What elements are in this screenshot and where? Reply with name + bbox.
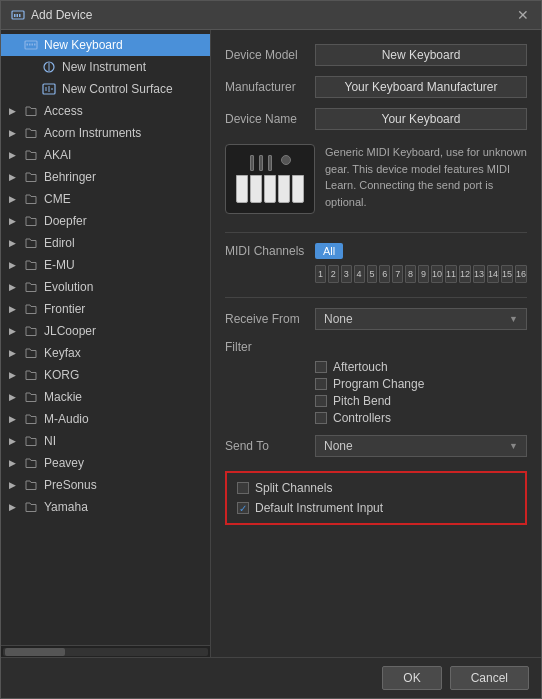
tree-item-maudio[interactable]: ▶M-Audio: [1, 408, 210, 430]
channel-btn-10[interactable]: 10: [431, 265, 443, 283]
device-model-row: Device Model New Keyboard: [225, 44, 527, 66]
svg-rect-3: [19, 14, 21, 17]
tree-item-label-peavey: Peavey: [44, 456, 84, 470]
channel-btn-16[interactable]: 16: [515, 265, 527, 283]
dialog-title: Add Device: [31, 8, 92, 22]
tree-item-jlcooper[interactable]: ▶JLCooper: [1, 320, 210, 342]
tree-item-new-keyboard[interactable]: New Keyboard: [1, 34, 210, 56]
split-channels-checkbox[interactable]: [237, 482, 249, 494]
tree-item-evolution[interactable]: ▶Evolution: [1, 276, 210, 298]
device-preview: Generic MIDI Keyboard, use for unknown g…: [225, 144, 527, 214]
tree-item-ni[interactable]: ▶NI: [1, 430, 210, 452]
tree-item-mackie[interactable]: ▶Mackie: [1, 386, 210, 408]
slider-knob-3: [268, 155, 272, 171]
tree-item-label-cme: CME: [44, 192, 71, 206]
receive-from-label: Receive From: [225, 312, 315, 326]
tree-item-label-yamaha: Yamaha: [44, 500, 88, 514]
receive-from-arrow: ▼: [509, 314, 518, 324]
close-button[interactable]: ✕: [515, 7, 531, 23]
default-instrument-input-label: Default Instrument Input: [255, 501, 383, 515]
channel-btn-2[interactable]: 2: [328, 265, 339, 283]
horizontal-scrollbar[interactable]: [1, 645, 210, 657]
left-panel: New KeyboardNew InstrumentNew Control Su…: [1, 30, 211, 657]
filter-section: Filter AftertouchProgram ChangePitch Ben…: [225, 340, 527, 425]
tree-item-peavey[interactable]: ▶Peavey: [1, 452, 210, 474]
control-icon-new-control-surface: [41, 81, 57, 97]
default-instrument-input-checkbox[interactable]: [237, 502, 249, 514]
device-name-input[interactable]: Your Keyboard: [315, 108, 527, 130]
tree-item-doepfer[interactable]: ▶Doepfer: [1, 210, 210, 232]
filter-checkbox-program-change[interactable]: [315, 378, 327, 390]
filter-header-row: Filter: [225, 340, 527, 354]
folder-icon-presonus: [23, 477, 39, 493]
channel-btn-5[interactable]: 5: [367, 265, 378, 283]
folder-icon-acorn-instruments: [23, 125, 39, 141]
tree-arrow-evolution: ▶: [9, 282, 21, 292]
tree-item-edirol[interactable]: ▶Edirol: [1, 232, 210, 254]
midi-channels-section: MIDI Channels All 1234567891011121314151…: [225, 243, 527, 283]
tree-arrow-peavey: ▶: [9, 458, 21, 468]
filter-checkbox-pitch-bend[interactable]: [315, 395, 327, 407]
channel-btn-13[interactable]: 13: [473, 265, 485, 283]
channel-btn-9[interactable]: 9: [418, 265, 429, 283]
filter-checkbox-controllers[interactable]: [315, 412, 327, 424]
cancel-button[interactable]: Cancel: [450, 666, 529, 690]
tree-item-cme[interactable]: ▶CME: [1, 188, 210, 210]
dialog-icon: [11, 8, 25, 22]
tree-item-new-instrument[interactable]: New Instrument: [1, 56, 210, 78]
device-name-label: Device Name: [225, 112, 315, 126]
channel-btn-8[interactable]: 8: [405, 265, 416, 283]
receive-from-row: Receive From None ▼: [225, 308, 527, 330]
keyboard-icon-new-keyboard: [23, 37, 39, 53]
device-tree[interactable]: New KeyboardNew InstrumentNew Control Su…: [1, 30, 210, 645]
filter-row-controllers: Controllers: [315, 411, 527, 425]
tree-item-acorn-instruments[interactable]: ▶Acorn Instruments: [1, 122, 210, 144]
slider-knob-2: [259, 155, 263, 171]
tree-item-emu[interactable]: ▶E-MU: [1, 254, 210, 276]
channel-btn-6[interactable]: 6: [379, 265, 390, 283]
filter-row-pitch-bend: Pitch Bend: [315, 394, 527, 408]
filter-options: AftertouchProgram ChangePitch BendContro…: [315, 360, 527, 425]
channel-btn-11[interactable]: 11: [445, 265, 457, 283]
tree-item-korg[interactable]: ▶KORG: [1, 364, 210, 386]
channel-btn-12[interactable]: 12: [459, 265, 471, 283]
white-key: [292, 175, 304, 203]
tree-item-label-new-instrument: New Instrument: [62, 60, 146, 74]
keyboard-preview-image: [225, 144, 315, 214]
filter-checkbox-aftertouch[interactable]: [315, 361, 327, 373]
tree-item-label-korg: KORG: [44, 368, 79, 382]
folder-icon-emu: [23, 257, 39, 273]
channel-btn-14[interactable]: 14: [487, 265, 499, 283]
tree-item-new-control-surface[interactable]: New Control Surface: [1, 78, 210, 100]
tree-item-access[interactable]: ▶Access: [1, 100, 210, 122]
tree-item-behringer[interactable]: ▶Behringer: [1, 166, 210, 188]
channel-btn-15[interactable]: 15: [501, 265, 513, 283]
midi-channels-row: MIDI Channels All: [225, 243, 527, 259]
ok-button[interactable]: OK: [382, 666, 441, 690]
channel-btn-3[interactable]: 3: [341, 265, 352, 283]
tree-item-frontier[interactable]: ▶Frontier: [1, 298, 210, 320]
svg-rect-6: [29, 44, 31, 46]
channel-btn-1[interactable]: 1: [315, 265, 326, 283]
tree-arrow-akai: ▶: [9, 150, 21, 160]
tree-item-label-behringer: Behringer: [44, 170, 96, 184]
tree-arrow-jlcooper: ▶: [9, 326, 21, 336]
tree-item-label-keyfax: Keyfax: [44, 346, 81, 360]
separator-2: [225, 297, 527, 298]
white-key: [264, 175, 276, 203]
tree-item-label-jlcooper: JLCooper: [44, 324, 96, 338]
tree-item-akai[interactable]: ▶AKAI: [1, 144, 210, 166]
tree-item-keyfax[interactable]: ▶Keyfax: [1, 342, 210, 364]
midi-all-button[interactable]: All: [315, 243, 343, 259]
channel-btn-4[interactable]: 4: [354, 265, 365, 283]
folder-icon-ni: [23, 433, 39, 449]
receive-from-dropdown[interactable]: None ▼: [315, 308, 527, 330]
tree-arrow-korg: ▶: [9, 370, 21, 380]
white-key: [250, 175, 262, 203]
channel-btn-7[interactable]: 7: [392, 265, 403, 283]
send-to-value: None: [324, 439, 353, 453]
tree-item-presonus[interactable]: ▶PreSonus: [1, 474, 210, 496]
send-to-dropdown[interactable]: None ▼: [315, 435, 527, 457]
tree-item-yamaha[interactable]: ▶Yamaha: [1, 496, 210, 518]
manufacturer-value: Your Keyboard Manufacturer: [315, 76, 527, 98]
